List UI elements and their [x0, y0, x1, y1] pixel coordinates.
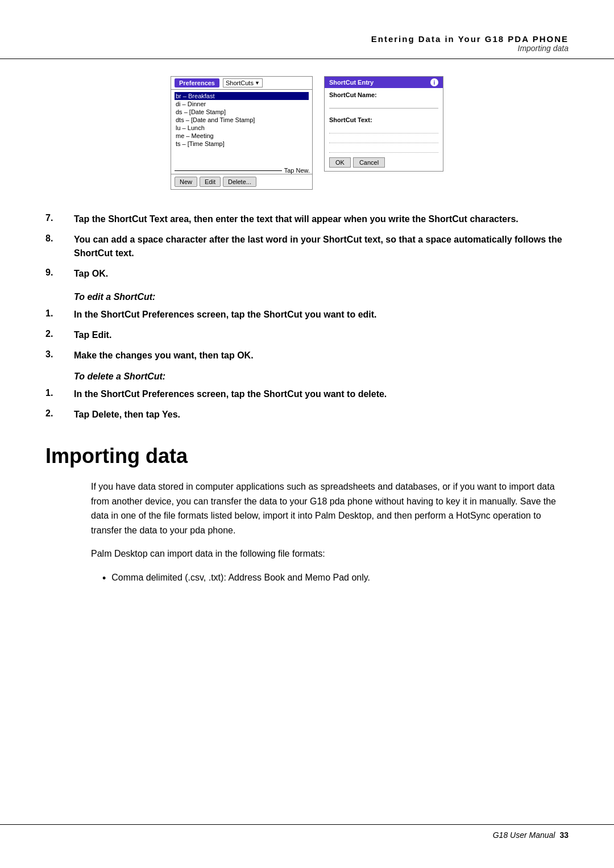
- header-subtitle: Importing data: [45, 44, 569, 53]
- footer: G18 User Manual 33: [0, 824, 614, 845]
- edit-step-2: 2. Tap Edit.: [45, 328, 569, 342]
- cancel-button[interactable]: Cancel: [353, 157, 385, 168]
- list-item[interactable]: di – Dinner: [175, 100, 309, 108]
- page-container: Entering Data in Your G18 PDA PHONE Impo…: [0, 0, 614, 868]
- step-8-text: You can add a space character after the …: [74, 233, 569, 260]
- steps-section: 7. Tap the ShortCut Text area, then ente…: [45, 212, 569, 281]
- list-item[interactable]: dts – [Date and Time Stamp]: [175, 116, 309, 124]
- edit-heading: To edit a ShortCut:: [74, 292, 569, 302]
- shortcut-entry-panel: ShortCut Entry i ShortCut Name: ShortCut…: [324, 76, 443, 172]
- edit-step-1-text: In the ShortCut Preferences screen, tap …: [74, 308, 377, 322]
- bullet-dot: •: [102, 570, 106, 587]
- step-9-text: Tap OK.: [74, 267, 108, 281]
- figure-area: Preferences ShortCuts ▼ br – Breakfast d…: [45, 76, 569, 190]
- list-item[interactable]: ts – [Time Stamp]: [175, 140, 309, 148]
- delete-step-2-num: 2.: [45, 408, 74, 419]
- info-icon: i: [430, 78, 438, 86]
- bullet-item-1: • Comma delimited (.csv, .txt): Address …: [102, 570, 569, 587]
- dropdown-arrow-icon: ▼: [255, 80, 260, 86]
- pref-panel-header: Preferences ShortCuts ▼: [171, 77, 312, 90]
- new-button[interactable]: New: [175, 177, 197, 187]
- edit-step-2-num: 2.: [45, 328, 74, 339]
- shortcut-name-label: ShortCut Name:: [329, 91, 438, 98]
- edit-step-3: 3. Make the changes you want, then tap O…: [45, 349, 569, 362]
- importing-section: Importing data If you have data stored i…: [45, 444, 569, 587]
- edit-button[interactable]: Edit: [200, 177, 221, 187]
- shortcut-panel-header: ShortCut Entry i: [325, 77, 443, 88]
- shortcut-text-label: ShortCut Text:: [329, 116, 438, 123]
- shortcut-body: ShortCut Name: ShortCut Text: OK Cancel: [325, 88, 443, 171]
- shortcut-entry-title: ShortCut Entry: [329, 79, 374, 86]
- header-title: Entering Data in Your G18 PDA PHONE: [45, 34, 569, 44]
- delete-step-2-text: Tap Delete, then tap Yes.: [74, 408, 180, 422]
- step-8: 8. You can add a space character after t…: [45, 233, 569, 260]
- step-9-num: 9.: [45, 267, 74, 278]
- connector-area: Tap New.: [171, 167, 312, 174]
- text-line-3[interactable]: [329, 145, 438, 153]
- importing-para1: If you have data stored in computer appl…: [91, 479, 557, 537]
- delete-heading: To delete a ShortCut:: [74, 372, 569, 382]
- edit-step-1-num: 1.: [45, 308, 74, 319]
- shortcut-action-buttons: OK Cancel: [329, 157, 438, 168]
- list-item[interactable]: ds – [Date Stamp]: [175, 108, 309, 116]
- edit-step-2-text: Tap Edit.: [74, 328, 111, 342]
- delete-step-1-num: 1.: [45, 387, 74, 398]
- bullet-list: • Comma delimited (.csv, .txt): Address …: [102, 570, 569, 587]
- edit-step-1: 1. In the ShortCut Preferences screen, t…: [45, 308, 569, 322]
- delete-step-1-text: In the ShortCut Preferences screen, tap …: [74, 387, 387, 401]
- footer-page: 33: [559, 831, 569, 840]
- step-7-num: 7.: [45, 212, 74, 223]
- delete-step-2: 2. Tap Delete, then tap Yes.: [45, 408, 569, 422]
- importing-para2: Palm Desktop can import data in the foll…: [91, 546, 557, 561]
- list-item[interactable]: lu – Lunch: [175, 124, 309, 132]
- step-7: 7. Tap the ShortCut Text area, then ente…: [45, 212, 569, 226]
- edit-step-3-text: Make the changes you want, then tap OK.: [74, 349, 254, 362]
- list-item[interactable]: br – Breakfast: [175, 92, 309, 100]
- ok-button[interactable]: OK: [329, 157, 351, 168]
- importing-heading: Importing data: [45, 444, 569, 468]
- shortcut-name-input[interactable]: [329, 99, 438, 108]
- preferences-label: Preferences: [175, 78, 219, 87]
- tap-new-label: Tap New.: [282, 167, 312, 174]
- figure-left: Preferences ShortCuts ▼ br – Breakfast d…: [171, 76, 313, 190]
- delete-button[interactable]: Delete...: [223, 177, 256, 187]
- edit-section: To edit a ShortCut: 1. In the ShortCut P…: [45, 292, 569, 362]
- bullet-text-1: Comma delimited (.csv, .txt): Address Bo…: [111, 570, 370, 587]
- text-line-2[interactable]: [329, 135, 438, 143]
- delete-section: To delete a ShortCut: 1. In the ShortCut…: [45, 372, 569, 422]
- footer-text: G18 User Manual: [493, 831, 555, 840]
- pref-buttons: New Edit Delete...: [171, 174, 312, 189]
- delete-step-1: 1. In the ShortCut Preferences screen, t…: [45, 387, 569, 401]
- shortcut-text-area: [329, 126, 438, 153]
- step-9: 9. Tap OK.: [45, 267, 569, 281]
- text-line-1[interactable]: [329, 126, 438, 133]
- edit-step-3-num: 3.: [45, 349, 74, 360]
- content: Preferences ShortCuts ▼ br – Breakfast d…: [0, 76, 614, 587]
- pref-list: br – Breakfast di – Dinner ds – [Date St…: [171, 90, 312, 164]
- step-7-text: Tap the ShortCut Text area, then enter t…: [74, 212, 518, 226]
- dropdown-text: ShortCuts: [226, 80, 254, 86]
- preferences-panel: Preferences ShortCuts ▼ br – Breakfast d…: [171, 76, 313, 190]
- list-item[interactable]: me – Meeting: [175, 132, 309, 140]
- shortcuts-dropdown[interactable]: ShortCuts ▼: [223, 78, 263, 87]
- step-8-num: 8.: [45, 233, 74, 244]
- header: Entering Data in Your G18 PDA PHONE Impo…: [0, 0, 614, 59]
